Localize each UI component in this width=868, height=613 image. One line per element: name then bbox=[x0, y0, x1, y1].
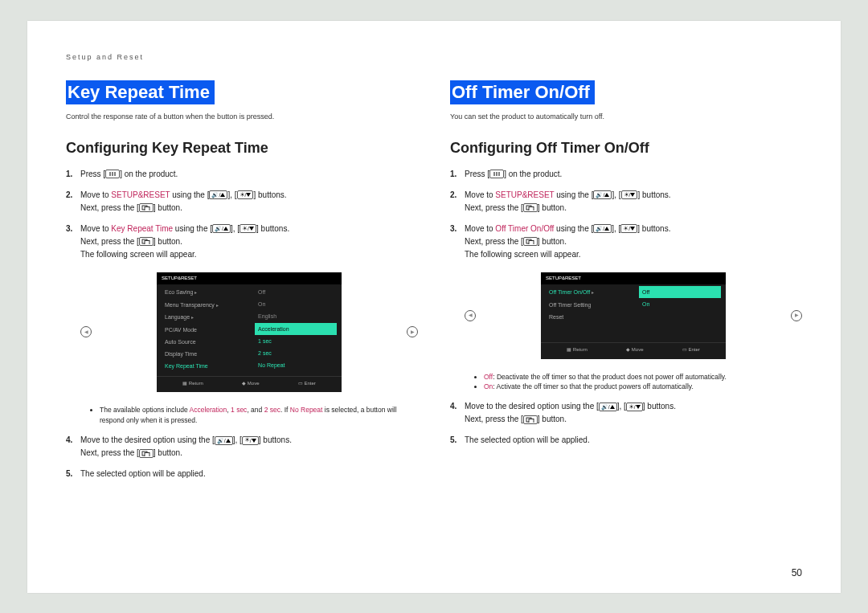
osd-container: ◀ SETUP&RESET Off Timer On/Off▸ Off Time… bbox=[465, 266, 802, 366]
section-title-right: Off Timer On/Off bbox=[450, 80, 595, 104]
osd-value: English bbox=[255, 310, 337, 322]
osd-item: PC/AV Mode bbox=[162, 324, 252, 336]
osd-title: SETUP&RESET bbox=[541, 272, 726, 285]
subsection-title-right: Configuring Off Timer On/Off bbox=[450, 140, 802, 157]
two-column-layout: Key Repeat Time Control the response rat… bbox=[66, 80, 802, 488]
text: Move to bbox=[80, 224, 111, 233]
enter-icon bbox=[523, 415, 538, 424]
osd-item: Display Time bbox=[162, 348, 252, 360]
section-lede-right: You can set the product to automatically… bbox=[450, 112, 802, 121]
svg-rect-18 bbox=[529, 419, 534, 423]
osd-item: Off Timer Setting bbox=[546, 299, 636, 311]
osd-hint: ▭ Enter bbox=[298, 380, 316, 388]
text: Press [ bbox=[80, 170, 105, 178]
text: ] buttons. bbox=[637, 224, 670, 233]
text: using the [ bbox=[170, 190, 210, 199]
osd-value: Off bbox=[255, 286, 337, 298]
osd-item-selected: Key Repeat Time bbox=[162, 360, 252, 372]
note-list: The available options include Accelerati… bbox=[100, 405, 418, 426]
svg-rect-5 bbox=[145, 207, 149, 211]
note: Off: Deactivate the off timer so that th… bbox=[484, 372, 802, 382]
text: ], [ bbox=[231, 224, 240, 233]
osd-item: Eco Saving▸ bbox=[162, 286, 252, 299]
text: ] on the product. bbox=[120, 170, 178, 178]
osd-item-selected: Off Timer On/Off▸ bbox=[546, 286, 636, 299]
osd-item: Language▸ bbox=[162, 311, 252, 324]
vol-up-icon: 🔊/ bbox=[599, 403, 617, 411]
text: ] button. bbox=[538, 237, 567, 246]
osd-menu-list: Eco Saving▸ Menu Transparency▸ Language▸… bbox=[162, 286, 252, 373]
osd-hint: ▦ Return bbox=[182, 380, 203, 388]
text: ] buttons. bbox=[643, 402, 676, 411]
vol-up-icon: 🔊/ bbox=[215, 436, 233, 445]
step: Press [] on the product. bbox=[450, 168, 802, 181]
osd-menu-list: Off Timer On/Off▸ Off Timer Setting Rese… bbox=[546, 286, 636, 339]
osd-option-selected: Off bbox=[639, 286, 721, 298]
text: Move to bbox=[80, 190, 111, 199]
text: Next, press the [ bbox=[80, 203, 139, 212]
bright-down-icon: ☀/ bbox=[626, 403, 643, 411]
svg-rect-7 bbox=[145, 241, 149, 245]
breadcrumb: Setup and Reset bbox=[66, 53, 802, 61]
text: using the [ bbox=[173, 224, 212, 233]
text: Next, press the [ bbox=[80, 448, 139, 457]
column-left: Key Repeat Time Control the response rat… bbox=[66, 80, 418, 488]
text: ] button. bbox=[154, 237, 182, 246]
bright-down-icon: ☀/ bbox=[237, 190, 254, 199]
text: ] button. bbox=[154, 448, 182, 457]
text: ], [ bbox=[612, 190, 620, 199]
osd-option: 2 sec bbox=[255, 347, 337, 359]
steps-left: Press [] on the product. Move to SETUP&R… bbox=[66, 168, 418, 480]
osd-option: On bbox=[639, 298, 721, 310]
text: ] button. bbox=[538, 415, 567, 423]
text: ] on the product. bbox=[504, 170, 562, 178]
osd-screen-right: SETUP&RESET Off Timer On/Off▸ Off Timer … bbox=[541, 272, 726, 359]
text: Next, press the [ bbox=[465, 415, 523, 423]
step: Move to Key Repeat Time using the [🔊/], … bbox=[66, 223, 418, 426]
highlight: SETUP&RESET bbox=[111, 190, 170, 199]
osd-container: ◀ SETUP&RESET Eco Saving▸ Menu Transpare… bbox=[80, 266, 418, 399]
highlight: SETUP&RESET bbox=[495, 190, 554, 199]
text: ] buttons. bbox=[637, 190, 670, 199]
text: The following screen will appear. bbox=[80, 250, 197, 259]
note: On: Activate the off timer so that the p… bbox=[484, 382, 802, 392]
osd-hint: ▦ Return bbox=[567, 346, 588, 354]
text: ] buttons. bbox=[259, 435, 292, 444]
osd-next-icon: ▶ bbox=[407, 326, 418, 337]
step: Move to the desired option using the [🔊/… bbox=[66, 434, 418, 460]
text: Press [ bbox=[465, 170, 489, 178]
step: Move to SETUP&RESET using the [🔊/], [☀/]… bbox=[450, 189, 802, 215]
text: Move to bbox=[465, 190, 495, 199]
step: The selected option will be applied. bbox=[450, 434, 802, 447]
enter-icon bbox=[139, 237, 154, 246]
text: Move to the desired option using the [ bbox=[80, 435, 215, 444]
osd-option: 1 sec bbox=[255, 335, 337, 347]
osd-value-list: Off On English Acceleration 1 sec 2 sec … bbox=[255, 286, 337, 373]
section-title-left: Key Repeat Time bbox=[66, 80, 215, 104]
vol-up-icon: 🔊/ bbox=[212, 224, 231, 233]
text: ] buttons. bbox=[256, 224, 289, 233]
vol-up-icon: 🔊/ bbox=[593, 190, 612, 199]
note: The available options include Accelerati… bbox=[100, 405, 418, 426]
osd-hint: ◆ Move bbox=[242, 380, 259, 388]
svg-rect-14 bbox=[529, 207, 534, 211]
bright-down-icon: ☀/ bbox=[620, 224, 637, 233]
enter-icon bbox=[523, 203, 538, 212]
osd-option: No Repeat bbox=[255, 359, 337, 371]
text: Next, press the [ bbox=[465, 203, 523, 212]
bright-down-icon: ☀/ bbox=[240, 224, 256, 233]
step: Move to the desired option using the [🔊/… bbox=[450, 400, 802, 426]
text: ] button. bbox=[154, 203, 182, 212]
menu-icon bbox=[489, 170, 504, 178]
osd-item: Auto Source bbox=[162, 336, 252, 348]
osd-item: Reset bbox=[546, 311, 636, 323]
vol-up-icon: 🔊/ bbox=[209, 190, 227, 199]
section-lede-left: Control the response rate of a button wh… bbox=[66, 112, 418, 121]
text: The following screen will appear. bbox=[465, 250, 581, 259]
step: Move to SETUP&RESET using the [🔊/], [☀/]… bbox=[66, 189, 418, 215]
svg-rect-9 bbox=[145, 452, 149, 456]
steps-right: Press [] on the product. Move to SETUP&R… bbox=[450, 168, 802, 447]
menu-icon bbox=[105, 170, 120, 178]
osd-prev-icon: ◀ bbox=[80, 326, 92, 337]
step: Move to Off Timer On/Off using the [🔊/],… bbox=[450, 223, 802, 393]
